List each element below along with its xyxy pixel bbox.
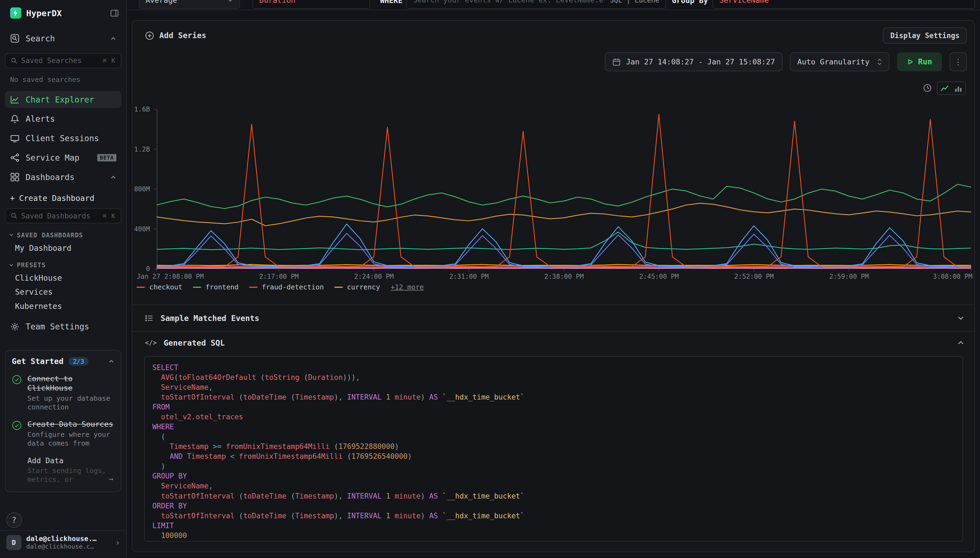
get-started-item-desc: Set up your database connection: [28, 394, 115, 412]
chart-series-unlabeled-violet: [157, 267, 971, 268]
legend-label: checkout: [149, 283, 182, 291]
time-toggle-button[interactable]: [923, 83, 932, 93]
sidebar-item-dashboards[interactable]: Dashboards: [5, 169, 121, 185]
line-chart-toggle[interactable]: [937, 82, 951, 95]
chart-legend: checkoutfrontendfraud-detectioncurrency+…: [137, 283, 424, 291]
sidebar: HyperDX Search Saved Searches ⌘ K No sav…: [0, 0, 127, 558]
help-button[interactable]: ?: [6, 512, 22, 528]
create-dashboard-label: Create Dashboard: [19, 194, 95, 203]
search-icon: [11, 212, 18, 219]
sidebar-preset-item[interactable]: ClickHouse: [15, 271, 121, 285]
keyboard-shortcut: ⌘ K: [103, 57, 116, 64]
chevron-down-icon: [9, 232, 14, 237]
presets-header[interactable]: PRESETS: [9, 261, 121, 269]
sidebar-item-chart-explorer[interactable]: Chart Explorer: [5, 91, 121, 108]
generated-sql-section[interactable]: </> Generated SQL: [132, 332, 974, 354]
sidebar-preset-item[interactable]: Services: [15, 285, 121, 299]
plus-circle-icon: [145, 31, 154, 40]
get-started-items: Connect to ClickHouseSet up your databas…: [12, 374, 115, 484]
legend-item[interactable]: checkout: [137, 283, 182, 291]
display-settings-button[interactable]: Display Settings: [883, 28, 967, 44]
list-icon: [145, 314, 154, 323]
legend-label: currency: [347, 283, 380, 291]
hyperdx-logo-icon[interactable]: [10, 7, 21, 19]
sidebar-item-label: Alerts: [26, 114, 55, 124]
more-options-button[interactable]: ⋮: [950, 53, 967, 71]
get-started-header[interactable]: Get Started 2/3: [12, 357, 115, 366]
event-search-input[interactable]: Search your events w/ Lucene ex: LevelNa…: [406, 0, 666, 9]
todo-placeholder-icon: [12, 456, 23, 484]
code-icon: </>: [145, 339, 157, 347]
sql-line: (: [152, 432, 955, 441]
aggregation-select[interactable]: Average: [139, 0, 240, 9]
get-started-progress-badge: 2/3: [69, 357, 88, 366]
create-dashboard-button[interactable]: + Create Dashboard: [10, 194, 121, 203]
chevron-down-icon: [227, 0, 233, 3]
sidebar-item-team-settings[interactable]: Team Settings: [5, 318, 121, 335]
legend-item[interactable]: fraud-detection: [249, 283, 324, 291]
app-title: HyperDX: [26, 8, 62, 18]
group-by-input[interactable]: ServiceName: [712, 0, 975, 9]
x-axis-label: 2:59:00 PM: [829, 273, 869, 281]
run-button[interactable]: Run: [897, 53, 942, 71]
sql-lucene-toggle[interactable]: SQL | Lucene: [610, 0, 659, 4]
x-axis-label: 2:17:00 PM: [259, 273, 299, 281]
date-range-value: Jan 27 14:08:27 - Jan 27 15:08:27: [626, 57, 775, 66]
sidebar-item-label: Service Map: [26, 153, 79, 162]
chart[interactable]: 0400M800M1.2B1.6B Jan 27 2:08:00 PM2:17:…: [132, 109, 974, 291]
sql-line: AVG(toFloat64OrDefault (toString (Durati…: [152, 373, 955, 382]
legend-item[interactable]: currency: [334, 283, 380, 291]
generated-sql-code[interactable]: SELECT AVG(toFloat64OrDefault (toString …: [144, 356, 963, 541]
logo-row: HyperDX: [0, 0, 126, 19]
chevron-right-icon: ›: [115, 538, 120, 547]
sidebar-item-alerts[interactable]: Alerts: [5, 110, 121, 128]
sidebar-item-search[interactable]: Search: [5, 30, 121, 47]
bar-chart-toggle[interactable]: [952, 82, 965, 95]
dashboards-grid-icon: [10, 172, 20, 182]
section-title: Sample Matched Events: [160, 314, 259, 323]
sql-line: toStartOfInterval (toDateTime (Timestamp…: [152, 491, 955, 501]
sample-matched-events-section[interactable]: Sample Matched Events: [132, 305, 974, 332]
sql-line: toStartOfInterval (toDateTime (Timestamp…: [152, 392, 955, 402]
x-axis-label: 2:24:00 PM: [354, 273, 394, 281]
saved-dashboards-header[interactable]: SAVED DASHBOARDS: [9, 231, 121, 239]
chevron-up-icon: [108, 358, 115, 364]
plus-icon: +: [10, 194, 15, 203]
service-map-icon: [10, 153, 20, 162]
arrow-right-icon: →: [109, 474, 113, 483]
granularity-select[interactable]: Auto Granularity: [790, 53, 890, 71]
sidebar-item-my-dashboard[interactable]: My Dashboard: [15, 241, 121, 255]
sidebar-item-label: Client Sessions: [26, 133, 99, 143]
select-chevrons-icon: [877, 58, 882, 65]
saved-dashboards-input[interactable]: Saved Dashboards ⌘ K: [5, 208, 121, 223]
y-axis: 0400M800M1.2B1.6B: [132, 109, 153, 269]
sidebar-item-client-sessions[interactable]: Client Sessions: [5, 130, 121, 147]
legend-item[interactable]: frontend: [193, 283, 239, 291]
chart-canvas[interactable]: [157, 109, 971, 269]
add-series-button[interactable]: Add Series: [145, 31, 206, 40]
chart-explorer-icon: [10, 95, 20, 104]
x-axis-label: 2:52:00 PM: [734, 273, 774, 281]
legend-more-link[interactable]: +12 more: [391, 283, 424, 291]
clock-icon: [923, 83, 932, 93]
main-content: Average Duration WHERE Search your event…: [127, 0, 980, 558]
y-axis-label: 1.6B: [134, 105, 150, 113]
get-started-item-desc: Configure where your data comes from: [28, 430, 115, 448]
x-axis-label: 3:08:00 PM: [933, 273, 972, 281]
chart-series-fraud-detection: [157, 114, 971, 267]
chart-series-unlabeled-teal: [157, 232, 971, 249]
get-started-item[interactable]: Create Data SourcesConfigure where your …: [12, 420, 115, 448]
date-range-picker[interactable]: Jan 27 14:08:27 - Jan 27 15:08:27: [605, 53, 782, 71]
get-started-item[interactable]: Connect to ClickHouseSet up your databas…: [12, 374, 115, 412]
saved-searches-input[interactable]: Saved Searches ⌘ K: [5, 53, 121, 68]
sidebar-item-service-map[interactable]: Service Map BETA: [5, 149, 121, 166]
app-root: HyperDX Search Saved Searches ⌘ K No sav…: [0, 0, 980, 558]
sql-line: 100000: [152, 530, 955, 540]
sidebar-collapse-icon[interactable]: [110, 9, 119, 18]
y-axis-label: 1.2B: [134, 146, 150, 153]
get-started-item[interactable]: Add DataStart sending logs, metrics, or→: [12, 456, 115, 484]
sidebar-preset-item[interactable]: Kubernetes: [15, 299, 121, 313]
account-row[interactable]: D dale@clickhouse.… dale@clickhouse.c… ›: [0, 530, 126, 554]
y-axis-label: 800M: [134, 185, 150, 193]
metric-field-input[interactable]: Duration: [252, 0, 370, 9]
